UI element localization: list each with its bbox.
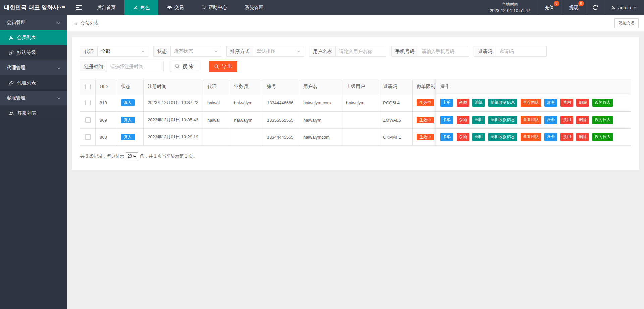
reg-time-input[interactable] <box>107 61 164 72</box>
nav-item-trade[interactable]: 交易 <box>158 0 193 15</box>
chevron-down-icon <box>57 66 61 70</box>
disable-button[interactable]: 禁用 <box>560 116 573 124</box>
nav-item-system[interactable]: 系统管理 <box>236 0 272 15</box>
agent-select[interactable]: 全部 <box>97 46 148 57</box>
nav-label: 角色 <box>140 5 150 11</box>
view-team-button[interactable]: 查看团队 <box>521 116 541 124</box>
chevron-down-icon <box>141 51 145 54</box>
username-input[interactable] <box>335 46 386 57</box>
cell-parent-user <box>342 129 379 146</box>
edit-button[interactable]: 编辑 <box>472 133 485 141</box>
invite-code-input[interactable] <box>496 46 547 57</box>
row-checkbox[interactable] <box>85 100 91 105</box>
disable-button[interactable]: 禁用 <box>560 133 573 141</box>
delete-button[interactable]: 删除 <box>576 116 589 124</box>
nav-label: 帮助中心 <box>208 5 227 11</box>
card-order-button[interactable]: 卡单 <box>440 116 453 124</box>
pagination: 共 3 条记录，每页显示 20 条，共 1 页当前显示第 1 页。 <box>80 152 631 160</box>
card-order-button[interactable]: 卡单 <box>440 133 453 141</box>
status-badge: 真人 <box>121 134 135 140</box>
select-all-checkbox[interactable] <box>85 84 91 89</box>
row-checkbox[interactable] <box>85 134 91 140</box>
chevron-down-icon <box>57 20 61 25</box>
header-status: 状态 <box>117 79 144 94</box>
edit-payment-info-button[interactable]: 编辑收款信息 <box>488 133 517 141</box>
export-button-label: 导 出 <box>222 63 232 70</box>
table-row: 808 真人 2023年12月01日 10:29:19 13344445555 … <box>80 129 631 146</box>
export-button[interactable]: 导 出 <box>209 61 237 72</box>
edit-button[interactable]: 编辑 <box>472 99 485 107</box>
edit-button[interactable]: 编辑 <box>472 116 485 124</box>
sidebar-item-member-list[interactable]: 会员列表 <box>0 30 67 45</box>
limit-status-badge: 生效中 <box>417 99 434 106</box>
user-menu[interactable]: admin <box>604 0 644 15</box>
sidebar-item-service-list[interactable]: 客服列表 <box>0 106 67 121</box>
edit-payment-info-button[interactable]: 编辑收款信息 <box>488 99 517 107</box>
account-change-button[interactable]: 账变 <box>544 116 557 124</box>
header-invite-code: 邀请码 <box>379 79 413 94</box>
group-label: 代理管理 <box>7 65 25 71</box>
status-select[interactable]: 所有状态 <box>170 46 221 57</box>
sidebar-item-default-level[interactable]: 默认等级 <box>0 45 67 60</box>
status-badge: 真人 <box>121 99 135 106</box>
cell-salesman <box>230 129 263 146</box>
username-label: 用户名称 <box>309 46 336 57</box>
row-checkbox[interactable] <box>85 117 91 123</box>
users-icon <box>9 111 14 116</box>
nav-item-dashboard[interactable]: 后台首页 <box>88 0 124 15</box>
search-icon <box>175 64 180 69</box>
set-fake-button[interactable]: 设为假人 <box>592 133 613 141</box>
sidebar-item-label: 代理列表 <box>17 80 36 86</box>
account-change-button[interactable]: 账变 <box>544 99 557 107</box>
view-team-button[interactable]: 查看团队 <box>521 133 541 141</box>
user-icon <box>9 35 14 40</box>
balance-button[interactable]: 余额 <box>457 99 469 107</box>
member-list-card: 代理 全部 状态 所有状态 排序方式 默认排序 <box>72 37 639 170</box>
add-member-button[interactable]: 添加会员 <box>614 18 639 28</box>
sidebar-group-member-management[interactable]: 会员管理 <box>0 15 67 30</box>
sidebar-item-label: 客服列表 <box>17 110 36 116</box>
set-fake-button[interactable]: 设为假人 <box>592 116 613 124</box>
breadcrumb-bar: » 会员列表 添加会员 <box>67 15 644 31</box>
local-time-label: 当地时间 <box>502 1 518 7</box>
disable-button[interactable]: 禁用 <box>560 99 573 107</box>
edit-payment-info-button[interactable]: 编辑收款信息 <box>488 116 517 124</box>
cell-uid: 810 <box>96 94 117 112</box>
view-team-button[interactable]: 查看团队 <box>521 99 541 107</box>
set-fake-button[interactable]: 设为假人 <box>592 99 613 107</box>
sidebar-item-agent-list[interactable]: 代理列表 <box>0 76 67 91</box>
search-icon <box>214 64 219 69</box>
member-table-scroll[interactable]: UID 状态 注册时间 代理 业务员 账号 用户名 上级用户 邀请码 做单限制 … <box>80 79 631 146</box>
filter-status: 状态 所有状态 <box>153 46 221 57</box>
withdraw-button[interactable]: 提现 0 <box>561 0 586 15</box>
account-change-button[interactable]: 账变 <box>544 133 557 141</box>
main-content: » 会员列表 添加会员 代理 全部 状态 所有状态 排序方式 <box>67 15 644 309</box>
status-label: 状态 <box>153 46 171 57</box>
nav-item-roles[interactable]: 角色 <box>124 0 158 15</box>
phone-input[interactable] <box>418 46 469 57</box>
table-header-row: UID 状态 注册时间 代理 业务员 账号 用户名 上级用户 邀请码 做单限制 … <box>80 79 631 94</box>
withdraw-label: 提现 <box>569 5 579 11</box>
sort-select[interactable]: 默认排序 <box>253 46 304 57</box>
limit-status-badge: 生效中 <box>417 117 434 123</box>
nav-item-help-center[interactable]: 帮助中心 <box>193 0 236 15</box>
delete-button[interactable]: 删除 <box>576 99 589 107</box>
card-order-button[interactable]: 卡单 <box>440 99 453 107</box>
scales-icon <box>167 5 172 10</box>
balance-button[interactable]: 余额 <box>457 116 469 124</box>
sidebar-collapse-icon[interactable] <box>69 0 88 15</box>
page-size-select[interactable]: 20 <box>126 152 138 160</box>
header-account: 账号 <box>263 79 299 94</box>
sidebar-group-agent-management[interactable]: 代理管理 <box>0 60 67 76</box>
sidebar-group-service-management[interactable]: 客服管理 <box>0 91 67 106</box>
cell-reg-time: 2023年12月01日 10:35:43 <box>144 112 203 129</box>
cell-account: 13344445555 <box>263 129 299 146</box>
breadcrumb: » 会员列表 <box>74 20 99 26</box>
app-logo: 대한민국 대표 영화사 V18 <box>0 0 69 15</box>
delete-button[interactable]: 删除 <box>576 133 589 141</box>
phone-label: 手机号码 <box>391 46 418 57</box>
refresh-button[interactable] <box>586 0 604 15</box>
search-button[interactable]: 搜 索 <box>170 61 199 72</box>
balance-button[interactable]: 余额 <box>457 133 469 141</box>
recharge-button[interactable]: 充值 0 <box>537 0 561 15</box>
